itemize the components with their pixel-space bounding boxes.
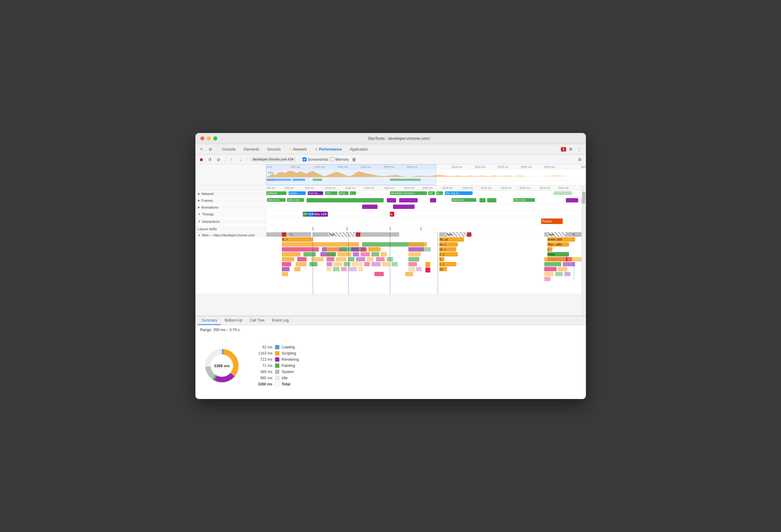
dcl-marker[interactable]: DCL bbox=[314, 212, 321, 217]
net-bar-iconba[interactable]: icon-ba... bbox=[308, 191, 323, 195]
frame-purple1[interactable] bbox=[387, 198, 396, 203]
main-track: ▼ Main — https://developer.chrome.com/ T… bbox=[195, 232, 582, 294]
task-hatch[interactable]: Task bbox=[328, 232, 356, 237]
flame-r3-1[interactable] bbox=[282, 242, 359, 247]
flame-r6-1[interactable] bbox=[282, 257, 294, 261]
url-chip[interactable]: developer.chrome.com #1▾ bbox=[250, 157, 296, 162]
task-hatch2[interactable]: Task bbox=[446, 232, 467, 237]
net-bar-network[interactable]: Network bbox=[266, 191, 286, 195]
pointer-interaction[interactable]: Pointer bbox=[541, 219, 563, 224]
maximize-button[interactable] bbox=[213, 136, 217, 140]
flame-r8-2[interactable] bbox=[294, 267, 300, 271]
flame-r6-2[interactable] bbox=[297, 257, 306, 261]
l-marker[interactable]: L bbox=[390, 212, 394, 217]
evt-evpt[interactable]: Ev...pt bbox=[439, 237, 464, 241]
evt-click[interactable]: Event: click bbox=[547, 237, 575, 241]
flame-a[interactable]: (a...) bbox=[439, 242, 458, 247]
flame-r4-1[interactable] bbox=[282, 247, 319, 252]
anim-bar2[interactable] bbox=[393, 205, 415, 209]
net-bar-60p[interactable]: 60.p.. bbox=[339, 191, 348, 195]
frame-g2[interactable] bbox=[487, 198, 496, 203]
tab-elements[interactable]: Elements bbox=[240, 146, 263, 153]
cursor-icon[interactable]: ↖ bbox=[198, 145, 206, 153]
task-t[interactable]: T... bbox=[290, 232, 311, 237]
flame-r5-2[interactable] bbox=[303, 252, 316, 257]
net-bar-t[interactable]: t... bbox=[350, 191, 356, 195]
frame-183[interactable]: 183.4 ms bbox=[287, 198, 304, 202]
frame-150[interactable]: 150.3 ms bbox=[267, 198, 286, 202]
settings-icon[interactable]: ⚙ bbox=[567, 145, 575, 153]
flame-r5-1[interactable] bbox=[282, 252, 300, 257]
net-bar-itter[interactable]: itter.svg (d... bbox=[445, 191, 472, 195]
bottom-up-tab[interactable]: Bottom-Up bbox=[221, 316, 246, 325]
task-hatch-r[interactable]: Task bbox=[547, 232, 566, 237]
frame-purple2[interactable] bbox=[399, 198, 418, 203]
event-log-tab[interactable]: Event Log bbox=[268, 316, 292, 325]
tab-network[interactable]: ⚠ Network bbox=[285, 146, 311, 153]
task-gray-3[interactable] bbox=[368, 232, 399, 237]
flame-r7-2[interactable] bbox=[296, 262, 306, 266]
call-tree-tab[interactable]: Call Tree bbox=[246, 316, 268, 325]
screenshots-checkbox-label[interactable]: Screenshots bbox=[302, 158, 328, 162]
layout-shifts-content bbox=[266, 226, 582, 232]
frame-216[interactable]: 216.4 ms bbox=[452, 198, 476, 202]
frame-purple3[interactable] bbox=[430, 198, 436, 203]
task-red-3[interactable] bbox=[467, 232, 471, 237]
flame-r8-1[interactable] bbox=[282, 267, 290, 271]
tab-performance[interactable]: ⚠ Performance bbox=[311, 146, 345, 153]
evt-et[interactable]: E...t bbox=[282, 237, 313, 241]
flame-dots2[interactable]: (...) bbox=[439, 262, 456, 266]
flame-a2[interactable]: (a...) bbox=[439, 247, 456, 252]
flame-r6-3[interactable] bbox=[311, 257, 324, 261]
flame-dots[interactable]: (...) bbox=[439, 252, 458, 257]
timeline-overview[interactable]: 3 ms 826 ms 1326 ms 1826 ms 2326 ms 2826… bbox=[195, 165, 586, 185]
summary-tab[interactable]: Summary bbox=[198, 316, 221, 325]
svg-rect-15 bbox=[371, 252, 379, 257]
net-bar-right1[interactable] bbox=[553, 191, 572, 195]
screenshots-checkbox[interactable] bbox=[302, 158, 306, 162]
net-bar-ie[interactable]: ie... bbox=[436, 191, 443, 195]
rendering-ms: 723 ms bbox=[251, 357, 273, 362]
anim-bar1[interactable] bbox=[362, 205, 377, 209]
garbage-collect-button[interactable]: 🗑 bbox=[351, 156, 358, 163]
download-button[interactable]: ↓ bbox=[237, 156, 244, 163]
memory-checkbox-label[interactable]: Memory bbox=[330, 158, 349, 162]
net-bar-devchrome[interactable]: developer.chrome.c bbox=[390, 191, 427, 195]
record-button[interactable]: ⏺ bbox=[198, 156, 205, 163]
flame-r7-1[interactable] bbox=[282, 262, 291, 266]
loading-label: Loading bbox=[282, 345, 295, 349]
net-bar-2ds[interactable]: 2d.s... bbox=[325, 191, 337, 195]
net-bar-extras[interactable]: extras... bbox=[289, 191, 305, 195]
close-button[interactable] bbox=[200, 136, 204, 140]
frame-rg1[interactable] bbox=[581, 198, 582, 203]
task-t-r[interactable]: T... bbox=[572, 232, 582, 237]
frame-g1[interactable] bbox=[480, 198, 486, 203]
task-red-1[interactable] bbox=[282, 232, 286, 237]
flame-deep1[interactable] bbox=[282, 272, 288, 276]
scrollbar-thumb[interactable] bbox=[582, 192, 585, 204]
lcp-marker[interactable]: LCP bbox=[320, 212, 328, 217]
flame-xy[interactable]: xy bbox=[439, 267, 447, 271]
flame-c[interactable]: c bbox=[439, 257, 444, 261]
clear-button[interactable]: ⊘ bbox=[215, 156, 222, 163]
memory-checkbox[interactable] bbox=[330, 158, 334, 162]
upload-button[interactable]: ↑ bbox=[229, 156, 235, 163]
minimize-button[interactable] bbox=[207, 136, 211, 140]
more-icon[interactable]: ⋮ bbox=[575, 145, 583, 153]
flame-r7-3[interactable] bbox=[310, 262, 317, 266]
scrollbar[interactable] bbox=[582, 185, 586, 316]
focus-bar[interactable]: focus bbox=[547, 252, 569, 257]
frame-rp1[interactable] bbox=[566, 198, 578, 203]
frame-group[interactable] bbox=[306, 198, 384, 203]
frame-700[interactable]: 700.5 ms bbox=[513, 198, 535, 202]
layers-icon[interactable]: ⧉ bbox=[207, 145, 214, 153]
net-bar-chi[interactable]: chi bbox=[428, 191, 435, 195]
settings-perf-icon[interactable]: ⚙ bbox=[577, 156, 583, 163]
tab-console[interactable]: Console bbox=[218, 146, 240, 153]
run-asks[interactable]: Run ...asks bbox=[547, 242, 569, 247]
task-red-2[interactable] bbox=[356, 232, 360, 237]
refresh-record-button[interactable]: ↺ bbox=[207, 156, 213, 163]
tab-sources[interactable]: Sources bbox=[263, 146, 285, 153]
flame-j[interactable]: j bbox=[547, 247, 552, 252]
tab-application[interactable]: Application bbox=[346, 146, 372, 153]
